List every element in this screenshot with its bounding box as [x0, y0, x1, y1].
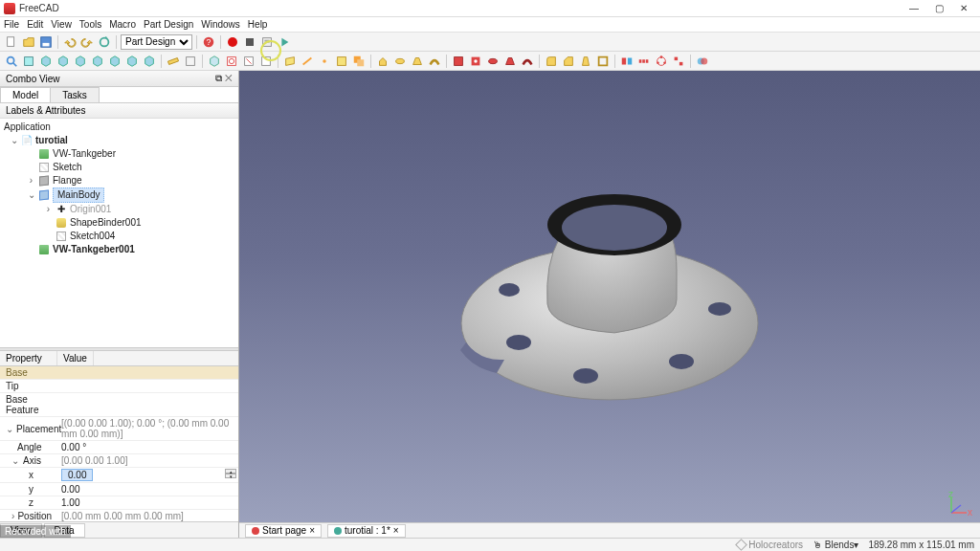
view-iso-icon[interactable]: [38, 54, 54, 69]
sweep-icon[interactable]: [427, 54, 442, 69]
viewport-tab-start[interactable]: Start page ×: [245, 524, 322, 538]
workbench-selector[interactable]: Part Design: [121, 34, 192, 50]
tab-model[interactable]: Model: [0, 87, 51, 102]
3d-viewport[interactable]: x z Start page × turotial : 1* ×: [239, 71, 980, 538]
expand-icon[interactable]: ›: [44, 203, 53, 216]
datum-plane-icon[interactable]: [282, 54, 298, 69]
tab-close-icon[interactable]: ×: [309, 525, 315, 536]
pad-icon[interactable]: [375, 54, 390, 69]
svg-point-48: [499, 283, 520, 297]
panel-float-icon[interactable]: ⧉: [215, 73, 222, 83]
whats-this-icon[interactable]: ?: [201, 34, 216, 50]
tab-tasks[interactable]: Tasks: [50, 87, 100, 102]
view-left-icon[interactable]: [142, 54, 157, 69]
pocket-icon[interactable]: [451, 54, 466, 69]
spin-buttons[interactable]: ▴▾: [225, 469, 236, 478]
shapebinder-icon[interactable]: [334, 54, 349, 69]
zoom-fit-icon[interactable]: [4, 54, 19, 69]
maximize-button[interactable]: ▢: [926, 1, 951, 16]
3d-model[interactable]: [437, 156, 782, 426]
tree-project[interactable]: turotial: [35, 134, 68, 147]
tree-item[interactable]: Origin001: [70, 203, 111, 216]
linear-pattern-icon[interactable]: [636, 54, 652, 69]
nav-cube[interactable]: x z: [947, 492, 972, 517]
viewport-tab-bar: Start page × turotial : 1* ×: [239, 522, 980, 538]
new-doc-icon[interactable]: [4, 34, 19, 50]
mirror-icon[interactable]: [619, 54, 635, 69]
prop-value[interactable]: 0.00 °: [57, 441, 238, 453]
groove-icon[interactable]: [485, 54, 501, 69]
prop-value[interactable]: [0.00 0.00 1.00]: [57, 454, 238, 467]
open-icon[interactable]: [21, 34, 36, 50]
draft-icon[interactable]: [578, 54, 593, 69]
menu-help[interactable]: Help: [248, 19, 268, 30]
view-top-icon[interactable]: [73, 54, 88, 69]
chamfer-icon[interactable]: [561, 54, 576, 69]
boolean-icon[interactable]: [695, 54, 710, 69]
refresh-icon[interactable]: [97, 34, 112, 50]
prop-value[interactable]: 0.00: [57, 483, 238, 496]
minimize-button[interactable]: —: [902, 1, 926, 16]
prop-value[interactable]: [(0.00 0.00 1.00); 0.00 °; (0.00 mm 0.00…: [57, 417, 238, 440]
tree-item[interactable]: Sketch: [53, 161, 82, 174]
expand-icon[interactable]: ⌄: [10, 134, 18, 147]
menu-macro[interactable]: Macro: [109, 19, 136, 30]
expand-icon[interactable]: ⌄: [27, 188, 35, 202]
thickness-icon[interactable]: [595, 54, 611, 69]
undo-icon[interactable]: [62, 34, 78, 50]
prop-value-editing[interactable]: 0.00▴▾: [57, 468, 238, 482]
view-rear-icon[interactable]: [107, 54, 122, 69]
create-body-icon[interactable]: [207, 54, 222, 69]
prop-value[interactable]: 1.00: [57, 496, 238, 509]
macro-record-icon[interactable]: [225, 34, 240, 50]
edit-sketch-icon[interactable]: [241, 54, 256, 69]
draw-style-icon[interactable]: [21, 54, 36, 69]
save-icon[interactable]: [38, 34, 54, 50]
menu-tools[interactable]: Tools: [79, 19, 101, 30]
datum-line-icon[interactable]: [300, 54, 315, 69]
tree-item[interactable]: Flange: [53, 174, 82, 187]
menu-partdesign[interactable]: Part Design: [144, 19, 193, 30]
tree-item[interactable]: Sketch004: [70, 230, 115, 243]
prop-key[interactable]: ⌄Axis: [0, 454, 57, 467]
fillet-icon[interactable]: [544, 54, 559, 69]
prop-value[interactable]: [57, 380, 238, 392]
tree-item[interactable]: VW-Tankgeber: [53, 147, 116, 161]
tree-item[interactable]: VW-Tankgeber001: [53, 243, 135, 256]
model-tree[interactable]: Application ⌄📄turotial VW-Tankgeber Sket…: [0, 119, 238, 347]
close-button[interactable]: ✕: [951, 1, 976, 16]
datum-point-icon[interactable]: [317, 54, 332, 69]
clone-icon[interactable]: [351, 54, 367, 69]
menu-view[interactable]: View: [51, 19, 72, 30]
create-sketch-icon[interactable]: [224, 54, 239, 69]
measure-icon[interactable]: [166, 54, 181, 69]
toggle-clip-icon[interactable]: [183, 54, 198, 69]
navstyle-dropdown[interactable]: 🖱 Blends▾: [813, 540, 858, 550]
viewport-tab-doc[interactable]: turotial : 1* ×: [327, 524, 406, 538]
sub-loft-icon[interactable]: [502, 54, 518, 69]
hole-icon[interactable]: [468, 54, 483, 69]
tree-item[interactable]: ShapeBinder001: [70, 216, 142, 230]
prop-key[interactable]: ⌄Placement: [0, 417, 57, 440]
macro-stop-icon[interactable]: [242, 34, 257, 50]
multi-transform-icon[interactable]: [671, 54, 686, 69]
svg-point-37: [663, 61, 666, 64]
panel-close-icon[interactable]: ✕: [225, 73, 233, 83]
prop-key[interactable]: ›Position: [0, 510, 57, 521]
tab-close-icon[interactable]: ×: [393, 525, 399, 536]
view-right-icon[interactable]: [90, 54, 105, 69]
revolution-icon[interactable]: [392, 54, 408, 69]
menu-windows[interactable]: Windows: [201, 19, 240, 30]
redo-icon[interactable]: [79, 34, 95, 50]
menu-edit[interactable]: Edit: [27, 19, 43, 30]
loft-icon[interactable]: [410, 54, 425, 69]
expand-icon[interactable]: ›: [27, 174, 35, 187]
prop-value[interactable]: [57, 393, 238, 416]
menu-file[interactable]: File: [4, 19, 19, 30]
polar-pattern-icon[interactable]: [654, 54, 669, 69]
tree-item-selected[interactable]: MainBody: [53, 187, 104, 203]
view-front-icon[interactable]: [56, 54, 71, 69]
sub-sweep-icon[interactable]: [520, 54, 535, 69]
prop-value[interactable]: [0.00 mm 0.00 mm 0.00 mm]: [57, 510, 238, 521]
view-bottom-icon[interactable]: [124, 54, 140, 69]
